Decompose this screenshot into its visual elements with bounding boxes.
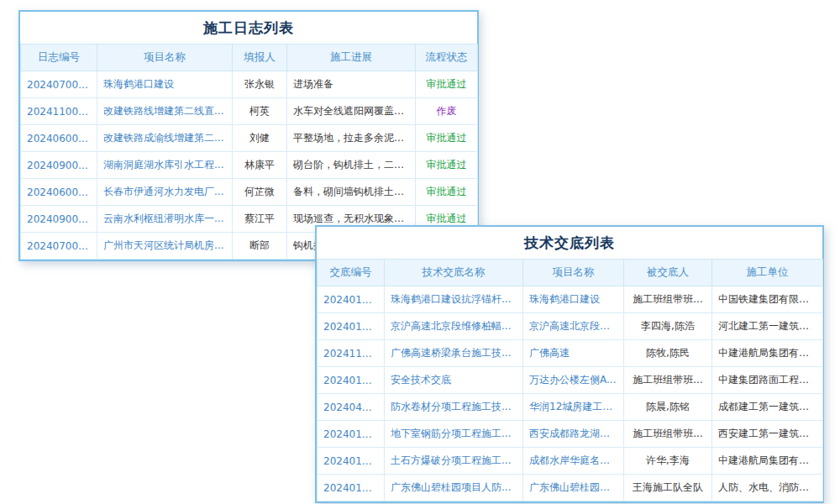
disclosure-unit-cell: 人防、水电、消防暖通 xyxy=(712,475,823,501)
disclosure-id-link[interactable]: 2024010002 xyxy=(318,448,385,475)
disclosure-person-cell: 王海施工队全队 xyxy=(624,475,712,501)
disclosure-col-person: 被交底人 xyxy=(624,260,712,286)
disclosure-person-cell: 施工班组带班... xyxy=(624,421,712,448)
disclosure-table-row[interactable]: 2024040001 防水卷材分项工程施工技... 华润12城房建工程... 陈… xyxy=(318,394,823,421)
disclosure-name-link[interactable]: 土石方爆破分项工程施工... xyxy=(385,448,523,475)
disclosure-table-row[interactable]: 2024010003 珠海鹤港口建设抗浮锚杆... 珠海鹤港口建设 施工班组带班… xyxy=(318,286,823,313)
log-col-status: 流程状态 xyxy=(416,45,478,71)
log-status-badge: 审批通过 xyxy=(416,152,478,179)
log-filler-cell: 柯英 xyxy=(233,98,287,125)
log-col-filler: 填报人 xyxy=(233,45,287,71)
disclosure-col-name: 技术交底名称 xyxy=(385,260,523,286)
construction-log-title: 施工日志列表 xyxy=(20,12,477,44)
disclosure-project-link[interactable]: 万达办公楼左侧A... xyxy=(523,367,624,394)
disclosure-project-link[interactable]: 京沪高速北京段维修 xyxy=(523,313,624,340)
disclosure-person-cell: 许华,李海 xyxy=(624,448,712,475)
log-id-link[interactable]: 2024070011 xyxy=(21,233,97,260)
log-filler-cell: 蔡江平 xyxy=(233,206,287,233)
log-col-id: 日志编号 xyxy=(21,45,97,71)
log-progress-cell: 备料，砌间墙钩机排土，瓦... xyxy=(287,179,416,206)
log-id-link[interactable]: 2024090009 xyxy=(21,152,97,179)
disclosure-unit-cell: 西安建工第一建筑有... xyxy=(712,421,823,448)
disclosure-col-project: 项目名称 xyxy=(523,260,624,286)
disclosure-table-body: 2024010003 珠海鹤港口建设抗浮锚杆... 珠海鹤港口建设 施工班组带班… xyxy=(318,286,823,501)
disclosure-name-link[interactable]: 广东佛山碧桂园项目人防... xyxy=(385,475,523,501)
disclosure-name-link[interactable]: 防水卷材分项工程施工技... xyxy=(385,394,523,421)
disclosure-id-link[interactable]: 2024010003 xyxy=(318,286,385,313)
disclosure-person-cell: 陈晨,陈铭 xyxy=(624,394,712,421)
disclosure-project-link[interactable]: 广佛高速 xyxy=(523,340,624,367)
disclosure-table-row[interactable]: 2024010002 地下室钢筋分项工程施工... 西安成都路龙湖上... 施工… xyxy=(318,421,823,448)
log-table-row[interactable]: 2024060006 改建铁路成渝线增建第二... 刘健 平整场地，拉走多余泥土… xyxy=(21,125,478,152)
disclosure-person-cell: 李四海,陈浩 xyxy=(624,313,712,340)
log-id-link[interactable]: 2024090009 xyxy=(21,206,97,233)
disclosure-name-link[interactable]: 地下室钢筋分项工程施工... xyxy=(385,421,523,448)
log-project-link[interactable]: 珠海鹤港口建设 xyxy=(97,71,233,98)
disclosure-table-row[interactable]: 2024010004 京沪高速北京段维修桩幅... 京沪高速北京段维修 李四海,… xyxy=(318,313,823,340)
disclosure-unit-cell: 中建港航局集团有限... xyxy=(712,448,823,475)
disclosure-table-row[interactable]: 2024110001 广佛高速桥梁承台施工技... 广佛高速 陈牧,陈民 中建港… xyxy=(318,340,823,367)
disclosure-name-link[interactable]: 京沪高速北京段维修桩幅... xyxy=(385,313,523,340)
log-id-link[interactable]: 2024060005 xyxy=(21,179,97,206)
disclosure-unit-cell: 中国铁建集团有限公司 xyxy=(712,286,823,313)
log-project-link[interactable]: 广州市天河区统计局机房... xyxy=(97,233,233,260)
technical-disclosure-table: 交底编号 技术交底名称 项目名称 被交底人 施工单位 2024010003 珠海… xyxy=(317,259,823,501)
disclosure-person-cell: 施工班组带班... xyxy=(624,367,712,394)
technical-disclosure-panel: 技术交底列表 交底编号 技术交底名称 项目名称 被交底人 施工单位 202401… xyxy=(315,225,824,503)
disclosure-table-row[interactable]: 2024010003 安全技术交底 万达办公楼左侧A... 施工班组带班... … xyxy=(318,367,823,394)
disclosure-project-link[interactable]: 华润12城房建工程... xyxy=(523,394,624,421)
log-filler-cell: 张永银 xyxy=(233,71,287,98)
log-filler-cell: 何芷微 xyxy=(233,179,287,206)
disclosure-col-id: 交底编号 xyxy=(318,260,385,286)
disclosure-table-row[interactable]: 2024010002 土石方爆破分项工程施工... 成都水岸华庭名苑... 许华… xyxy=(318,448,823,475)
disclosure-project-link[interactable]: 成都水岸华庭名苑... xyxy=(523,448,624,475)
log-status-badge: 审批通过 xyxy=(416,179,478,206)
disclosure-project-link[interactable]: 广东佛山碧桂园项目 xyxy=(523,475,624,501)
disclosure-name-link[interactable]: 安全技术交底 xyxy=(385,367,523,394)
log-status-badge: 审批通过 xyxy=(416,71,478,98)
disclosure-id-link[interactable]: 2024010004 xyxy=(318,313,385,340)
log-filler-cell: 断部 xyxy=(233,233,287,260)
disclosure-table-row[interactable]: 2024010001 广东佛山碧桂园项目人防... 广东佛山碧桂园项目 王海施工… xyxy=(318,475,823,501)
log-id-link[interactable]: 2024060006 xyxy=(21,125,97,152)
disclosure-col-unit: 施工单位 xyxy=(712,260,823,286)
log-project-link[interactable]: 湖南洞庭湖水库引水工程... xyxy=(97,152,233,179)
log-id-link[interactable]: 2024110002 xyxy=(21,98,97,125)
log-project-link[interactable]: 云南水利枢纽潜明水库一... xyxy=(97,206,233,233)
technical-disclosure-title: 技术交底列表 xyxy=(317,227,822,259)
disclosure-id-link[interactable]: 2024010003 xyxy=(318,367,385,394)
disclosure-name-link[interactable]: 广佛高速桥梁承台施工技... xyxy=(385,340,523,367)
log-filler-cell: 林康平 xyxy=(233,152,287,179)
log-col-project: 项目名称 xyxy=(97,45,233,71)
disclosure-name-link[interactable]: 珠海鹤港口建设抗浮锚杆... xyxy=(385,286,523,313)
disclosure-unit-cell: 中建集团路面工程有... xyxy=(712,367,823,394)
log-table-row[interactable]: 2024090009 湖南洞庭湖水库引水工程... 林康平 砌台阶，钩机排土，二… xyxy=(21,152,478,179)
disclosure-id-link[interactable]: 2024010001 xyxy=(318,475,385,501)
log-status-badge: 审批通过 xyxy=(416,125,478,152)
log-status-badge: 作废 xyxy=(416,98,478,125)
log-filler-cell: 刘健 xyxy=(233,125,287,152)
disclosure-unit-cell: 中建港航局集团有限... xyxy=(712,340,823,367)
log-progress-cell: 平整场地，拉走多余泥土15... xyxy=(287,125,416,152)
disclosure-project-link[interactable]: 西安成都路龙湖上... xyxy=(523,421,624,448)
log-project-link[interactable]: 长春市伊通河水力发电厂... xyxy=(97,179,233,206)
disclosure-person-cell: 陈牧,陈民 xyxy=(624,340,712,367)
log-table-row[interactable]: 2024110002 改建铁路线增建第二线直... 柯英 水车对全线遮阳网覆盖点… xyxy=(21,98,478,125)
construction-log-panel: 施工日志列表 日志编号 项目名称 填报人 施工进展 流程状态 202407001… xyxy=(18,10,479,261)
log-project-link[interactable]: 改建铁路线增建第二线直... xyxy=(97,98,233,125)
disclosure-project-link[interactable]: 珠海鹤港口建设 xyxy=(523,286,624,313)
log-col-progress: 施工进展 xyxy=(287,45,416,71)
log-id-link[interactable]: 2024070011 xyxy=(21,71,97,98)
disclosure-id-link[interactable]: 2024010002 xyxy=(318,421,385,448)
log-table-row[interactable]: 2024070011 珠海鹤港口建设 张永银 进场准备 审批通过 xyxy=(21,71,478,98)
log-progress-cell: 进场准备 xyxy=(287,71,416,98)
log-table-row[interactable]: 2024060005 长春市伊通河水力发电厂... 何芷微 备料，砌间墙钩机排土… xyxy=(21,179,478,206)
disclosure-unit-cell: 河北建工第一建筑有... xyxy=(712,313,823,340)
disclosure-id-link[interactable]: 2024040001 xyxy=(318,394,385,421)
disclosure-person-cell: 施工班组带班... xyxy=(624,286,712,313)
log-project-link[interactable]: 改建铁路成渝线增建第二... xyxy=(97,125,233,152)
disclosure-id-link[interactable]: 2024110001 xyxy=(318,340,385,367)
log-progress-cell: 水车对全线遮阳网覆盖点进... xyxy=(287,98,416,125)
log-table-header-row: 日志编号 项目名称 填报人 施工进展 流程状态 xyxy=(21,45,478,71)
disclosure-table-header-row: 交底编号 技术交底名称 项目名称 被交底人 施工单位 xyxy=(318,260,823,286)
